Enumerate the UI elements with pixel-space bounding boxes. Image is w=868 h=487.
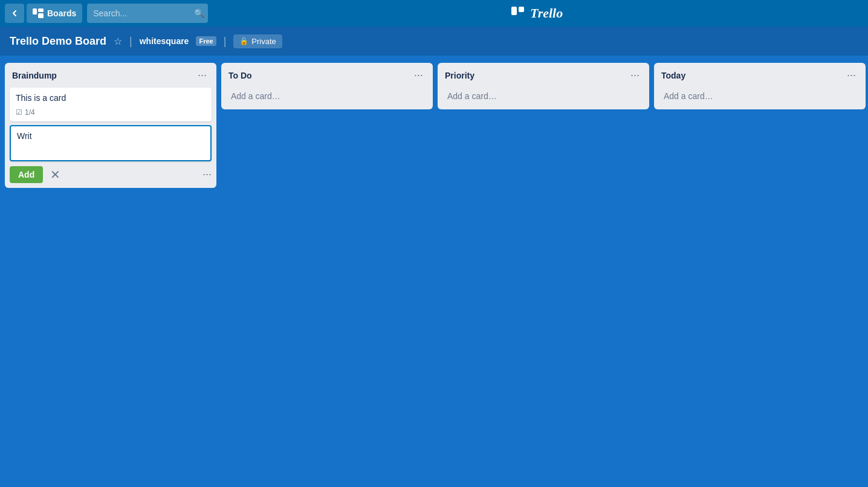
nav-center: Trello — [210, 5, 863, 21]
list-braindump-menu-button[interactable]: ··· — [195, 69, 209, 82]
add-card-placeholder-todo[interactable]: Add a card… — [226, 88, 428, 105]
workspace-badge: Free — [196, 36, 216, 46]
trello-logo-text: Trello — [530, 5, 563, 21]
list-todo-menu-button[interactable]: ··· — [412, 69, 426, 82]
search-input[interactable] — [87, 4, 208, 23]
list-priority-header: Priority ··· — [442, 68, 644, 83]
search-wrapper: 🔍 — [85, 4, 208, 23]
add-card-placeholder-text-todo: Add a card… — [231, 91, 280, 101]
list-priority-title: Priority — [445, 71, 474, 80]
workspace-name: whitesquare — [140, 36, 189, 46]
add-card-controls: Add ✕ ··· — [10, 166, 212, 183]
card-title: This is a card — [16, 92, 206, 105]
list-today-header: Today ··· — [659, 68, 861, 83]
trello-logo-icon — [511, 6, 525, 21]
cancel-card-button[interactable]: ✕ — [48, 166, 63, 183]
list-braindump-header: Braindump ··· — [10, 68, 212, 83]
boards-label: Boards — [47, 8, 76, 18]
divider: | — [129, 35, 132, 48]
add-card-placeholder-priority[interactable]: Add a card… — [442, 88, 644, 105]
checklist-count: 1/4 — [25, 108, 35, 117]
lock-icon: 🔒 — [239, 37, 248, 45]
svg-rect-2 — [38, 13, 44, 18]
checklist-icon: ☑ — [16, 108, 22, 117]
board-header: Trello Demo Board ☆ | whitesquare Free |… — [0, 27, 868, 56]
trello-logo: Trello — [511, 5, 563, 21]
add-card-placeholder-today[interactable]: Add a card… — [659, 88, 861, 105]
list-braindump: Braindump ··· This is a card ☑ 1/4 Writ … — [5, 63, 216, 188]
list-today: Today ··· Add a card… — [654, 63, 866, 109]
new-card-input[interactable]: Writ — [10, 125, 212, 161]
board-title: Trello Demo Board — [10, 35, 106, 48]
add-card-placeholder-text-today: Add a card… — [664, 91, 713, 101]
list-today-menu-button[interactable]: ··· — [844, 69, 858, 82]
search-button[interactable]: 🔍 — [194, 8, 204, 18]
list-priority-menu-button[interactable]: ··· — [628, 69, 642, 82]
board-content: Braindump ··· This is a card ☑ 1/4 Writ … — [0, 56, 868, 487]
star-button[interactable]: ☆ — [114, 36, 122, 47]
list-braindump-title: Braindump — [12, 71, 57, 80]
list-todo-header: To Do ··· — [226, 68, 428, 83]
boards-icon — [33, 8, 44, 18]
list-todo-title: To Do — [228, 71, 252, 80]
list-priority: Priority ··· Add a card… — [438, 63, 649, 109]
more-options-button[interactable]: ··· — [202, 168, 212, 181]
card-this-is-a-card[interactable]: This is a card ☑ 1/4 — [10, 88, 212, 121]
divider2: | — [224, 35, 227, 48]
list-today-title: Today — [661, 71, 685, 80]
svg-rect-5 — [519, 7, 524, 12]
privacy-label: Private — [251, 37, 276, 46]
add-card-button[interactable]: Add — [10, 166, 43, 183]
privacy-button[interactable]: 🔒 Private — [233, 34, 282, 48]
svg-rect-0 — [33, 8, 37, 15]
add-card-placeholder-text-priority: Add a card… — [447, 91, 497, 101]
list-todo: To Do ··· Add a card… — [221, 63, 433, 109]
svg-rect-4 — [511, 7, 517, 15]
back-button[interactable] — [5, 4, 24, 23]
boards-button[interactable]: Boards — [27, 4, 82, 23]
svg-rect-1 — [38, 8, 44, 12]
top-nav: Boards 🔍 Trello — [0, 0, 868, 27]
card-meta: ☑ 1/4 — [16, 108, 206, 117]
